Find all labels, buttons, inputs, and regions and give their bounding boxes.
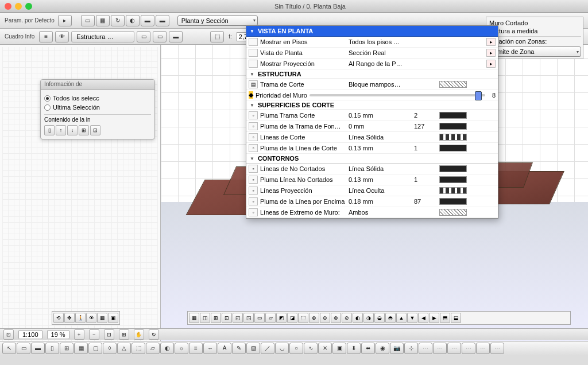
link-icon[interactable]: ⬚ bbox=[210, 31, 224, 42]
vt-2[interactable]: ◫ bbox=[200, 313, 210, 323]
roof-tool[interactable]: △ bbox=[117, 343, 131, 354]
muro-cortado[interactable]: Muro Cortado bbox=[488, 19, 581, 27]
beam-tool[interactable]: ⊞ bbox=[60, 343, 74, 354]
vt-1[interactable]: ▦ bbox=[189, 313, 199, 323]
tool-btn-5[interactable]: ▬ bbox=[141, 15, 154, 26]
zoom-in-icon[interactable]: + bbox=[74, 329, 84, 340]
circle-tool[interactable]: ○ bbox=[289, 343, 303, 354]
prop-row[interactable]: ▫ Pluma de la Línea de Corte 0.13 mm 1 bbox=[246, 143, 498, 154]
close-button[interactable] bbox=[5, 3, 11, 10]
stair-tool[interactable]: ≡ bbox=[189, 343, 203, 354]
mini-btn-1[interactable]: ▯ bbox=[44, 125, 55, 135]
planta-seccion-dropdown[interactable]: Planta y Sección bbox=[177, 15, 258, 26]
tool-btn-4[interactable]: ◐ bbox=[126, 15, 140, 26]
vt-3[interactable]: ⊞ bbox=[211, 313, 221, 323]
dim-tool[interactable]: ↔ bbox=[203, 343, 217, 354]
pan-icon[interactable]: ✥ bbox=[64, 313, 75, 323]
tool-btn-1[interactable]: ▭ bbox=[81, 15, 95, 26]
camera-tool[interactable]: 📷 bbox=[390, 343, 404, 354]
lamp-tool[interactable]: ☼ bbox=[175, 343, 188, 354]
eye-icon[interactable]: 👁 bbox=[55, 31, 69, 42]
text-tool[interactable]: A bbox=[218, 343, 231, 354]
mini-btn-2[interactable]: ↑ bbox=[56, 125, 66, 135]
vt-10[interactable]: ◪ bbox=[287, 313, 297, 323]
prioridad-row[interactable]: ◆ Prioridad del Muro 8 bbox=[246, 90, 498, 100]
line-tool[interactable]: ／ bbox=[261, 343, 274, 354]
vt-13[interactable]: ⊖ bbox=[320, 313, 330, 323]
save-icon[interactable]: ▸ bbox=[58, 15, 72, 26]
vt-11[interactable]: ⬚ bbox=[298, 313, 308, 323]
spline-tool[interactable]: ∿ bbox=[304, 343, 318, 354]
prop-row[interactable]: Vista de Planta Sección Real ▸ bbox=[246, 48, 498, 59]
tool-btn-3[interactable]: ↻ bbox=[111, 15, 125, 26]
hand-icon[interactable]: ✋ bbox=[134, 329, 144, 340]
tool-btn-2[interactable]: ▦ bbox=[96, 15, 110, 26]
trama-corte-row[interactable]: ▤ Trama de Corte Bloque mampos… bbox=[246, 79, 498, 90]
swatch[interactable] bbox=[439, 145, 467, 152]
figure-tool[interactable]: ▣ bbox=[332, 343, 346, 354]
vt-25[interactable]: ⬓ bbox=[451, 313, 461, 323]
section-estructura[interactable]: ▼ESTRUCTURA bbox=[246, 69, 498, 79]
prop-row[interactable]: ▫ Pluma de la Trama de Fon… 0 mm 127 bbox=[246, 121, 498, 132]
minimize-button[interactable] bbox=[15, 3, 22, 10]
vt-16[interactable]: ◐ bbox=[353, 313, 363, 323]
vt-18[interactable]: ◒ bbox=[374, 313, 385, 323]
label-tool[interactable]: ✎ bbox=[232, 343, 246, 354]
perspective-icon[interactable]: ▣ bbox=[108, 313, 118, 323]
status-lock-icon[interactable]: ⊡ bbox=[3, 329, 14, 340]
prop-row[interactable]: ▫ Pluma Trama Corte 0.15 mm 2 bbox=[246, 110, 498, 121]
vt-19[interactable]: ◓ bbox=[385, 313, 396, 323]
vt-14[interactable]: ⊗ bbox=[331, 313, 341, 323]
swatch[interactable] bbox=[439, 209, 467, 216]
limite-zona-dropdown[interactable]: Límite de Zona bbox=[488, 46, 581, 57]
section-vista-planta[interactable]: ▼VISTA EN PLANTA bbox=[246, 26, 498, 37]
textura-medida[interactable]: Textura a medida bbox=[488, 27, 581, 35]
prop-row[interactable]: ▫ Líneas de No Cortados Línea Sólida bbox=[246, 164, 498, 174]
fill-tool[interactable]: ▨ bbox=[246, 343, 260, 354]
orbit-icon[interactable]: ⟲ bbox=[53, 313, 64, 323]
edit-icon[interactable]: ▸ bbox=[486, 49, 496, 57]
zoom-button[interactable] bbox=[25, 3, 32, 10]
vt-22[interactable]: ◀ bbox=[418, 313, 428, 323]
object-tool[interactable]: ◐ bbox=[160, 343, 174, 354]
mini-btn-3[interactable]: ↓ bbox=[67, 125, 78, 135]
wall-mode-3[interactable]: ▬ bbox=[169, 31, 183, 42]
prop-row[interactable]: ▫ Líneas Proyección Línea Oculta bbox=[246, 185, 498, 196]
edit-icon[interactable]: ▸ bbox=[486, 38, 496, 46]
vt-9[interactable]: ◩ bbox=[276, 313, 287, 323]
edit-icon[interactable]: ▸ bbox=[486, 60, 496, 68]
vt-15[interactable]: ⊘ bbox=[342, 313, 352, 323]
window-tool[interactable]: ▦ bbox=[74, 343, 88, 354]
vt-20[interactable]: ▲ bbox=[396, 313, 407, 323]
prop-row[interactable]: ▫ Líneas de Extremo de Muro: Ambos bbox=[246, 207, 498, 218]
more-2[interactable]: ⋯ bbox=[433, 343, 447, 354]
scale-display[interactable]: 1:100 bbox=[18, 330, 42, 339]
prop-row[interactable]: Mostrar Proyección Al Rango de la P… ▸ bbox=[246, 59, 498, 69]
swatch[interactable] bbox=[439, 198, 467, 205]
hatch-swatch[interactable] bbox=[439, 81, 467, 88]
vt-23[interactable]: ▶ bbox=[429, 313, 439, 323]
mesh-tool[interactable]: ⬚ bbox=[131, 343, 145, 354]
zoom-out-icon[interactable]: − bbox=[89, 329, 99, 340]
prop-row[interactable]: ▫ Pluma de la Línea por Encima 0.18 mm 8… bbox=[246, 196, 498, 207]
zoom-fit-icon[interactable]: ⊡ bbox=[104, 329, 114, 340]
section-superficies[interactable]: ▼SUPERFICIES DE CORTE bbox=[246, 100, 498, 110]
estructura-dropdown[interactable]: Estructura … bbox=[71, 31, 134, 42]
prop-row[interactable]: Mostrar en Pisos Todos los pisos … ▸ bbox=[246, 37, 498, 48]
vt-8[interactable]: ▱ bbox=[265, 313, 276, 323]
slab-tool[interactable]: ◊ bbox=[103, 343, 117, 354]
refresh-icon[interactable]: ↻ bbox=[149, 329, 159, 340]
vt-7[interactable]: ▭ bbox=[254, 313, 265, 323]
vt-6[interactable]: ◳ bbox=[243, 313, 254, 323]
radio-ultima[interactable]: Ultima Selección bbox=[44, 103, 151, 112]
vt-12[interactable]: ⊕ bbox=[309, 313, 319, 323]
section-contornos[interactable]: ▼CONTORNOS bbox=[246, 154, 498, 164]
more-6[interactable]: ⋯ bbox=[490, 343, 504, 354]
plan-view-pane[interactable]: Información de Todos los selecc Ultima S… bbox=[0, 45, 161, 351]
more-4[interactable]: ⋯ bbox=[462, 343, 475, 354]
swatch[interactable] bbox=[439, 134, 467, 141]
swatch[interactable] bbox=[439, 165, 467, 172]
box-icon[interactable]: ▦ bbox=[97, 313, 107, 323]
elevation-tool[interactable]: ⬌ bbox=[361, 343, 375, 354]
vt-5[interactable]: ◰ bbox=[233, 313, 243, 323]
